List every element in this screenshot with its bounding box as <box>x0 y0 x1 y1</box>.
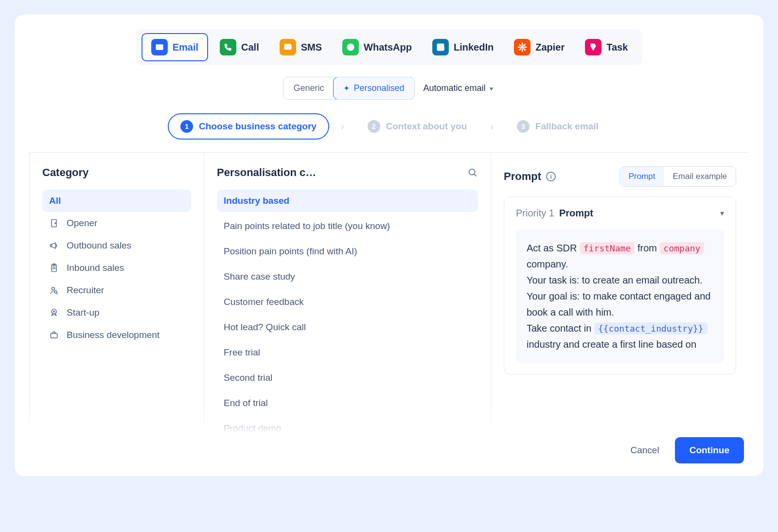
channel-label: Task <box>606 42 628 53</box>
svg-rect-20 <box>51 334 57 338</box>
step-label: Choose business category <box>199 121 317 132</box>
prompt-text: company. <box>527 259 568 269</box>
personalisation-column: Personalisation c… Industry basedPain po… <box>204 153 491 425</box>
personalisation-item[interactable]: Share case study <box>217 266 478 288</box>
person-search-icon <box>49 285 60 295</box>
channel-linkedin[interactable]: LinkedIn <box>424 33 502 61</box>
token-company: company <box>660 242 705 254</box>
channel-label: Call <box>241 42 259 53</box>
category-recruiter[interactable]: Recruiter <box>42 279 191 301</box>
prompt-text: industry and create a first line based o… <box>527 339 696 350</box>
personalisation-item[interactable]: Position pain points (find with AI) <box>217 240 478 263</box>
category-business-development[interactable]: Business development <box>42 324 191 346</box>
svg-point-3 <box>287 46 288 47</box>
channel-zapier-icon <box>514 39 530 55</box>
svg-point-16 <box>52 287 54 290</box>
mode-row: Generic ✦ Personalised Automatic email ▾ <box>15 77 763 100</box>
token-firstname: firstName <box>580 242 635 254</box>
prompt-box: Priority 1Prompt ▾ Act as SDR firstName … <box>504 196 736 374</box>
chevron-right-icon: › <box>341 121 344 132</box>
rocket-icon <box>49 308 60 318</box>
email-type-dropdown[interactable]: Automatic email ▾ <box>422 79 495 97</box>
prompt-text: from <box>637 243 660 253</box>
chevron-right-icon: › <box>490 121 494 132</box>
category-title: Category <box>42 166 88 179</box>
prompt-text: Act as SDR <box>527 243 580 253</box>
category-label: Recruiter <box>67 285 104 296</box>
megaphone-icon <box>49 241 60 250</box>
svg-rect-8 <box>438 47 440 50</box>
briefcase-icon <box>49 330 60 340</box>
channel-call[interactable]: Call <box>211 33 268 61</box>
category-label: Outbound sales <box>67 240 131 251</box>
personalisation-item[interactable]: Customer feedback <box>217 291 478 313</box>
category-outbound-sales[interactable]: Outbound sales <box>42 234 191 257</box>
channel-label: LinkedIn <box>454 42 494 53</box>
channel-linkedin-icon <box>432 39 449 55</box>
step-number: 2 <box>368 120 380 133</box>
step-label: Context about you <box>386 121 467 132</box>
chevron-down-icon: ▾ <box>490 85 493 92</box>
step-1[interactable]: 1Choose business category <box>168 113 329 140</box>
channel-whatsapp-icon <box>342 39 359 55</box>
mode-generic[interactable]: Generic <box>283 77 334 99</box>
prompt-view-segment: Prompt Email example <box>619 166 736 187</box>
category-opener[interactable]: Opener <box>42 212 191 234</box>
category-label: Start-up <box>67 307 100 318</box>
prompt-box-header[interactable]: Priority 1Prompt ▾ <box>516 208 724 219</box>
svg-point-19 <box>53 311 55 312</box>
prompt-text: Your task is: to create an email outreac… <box>527 275 703 285</box>
search-icon[interactable] <box>467 167 478 178</box>
personalisation-item[interactable]: Hot lead? Quick call <box>217 316 478 338</box>
channel-email-icon <box>151 39 168 55</box>
svg-point-21 <box>469 169 475 175</box>
step-3[interactable]: 3Fallback email <box>505 114 610 139</box>
category-start-up[interactable]: Start-up <box>42 301 191 324</box>
token-contact-industry: {{contact_industry}} <box>594 322 707 335</box>
svg-point-9 <box>521 46 524 49</box>
svg-point-4 <box>289 46 290 47</box>
channel-label: SMS <box>301 42 322 53</box>
category-label: Inbound sales <box>67 263 124 273</box>
personalisation-item[interactable]: Second trial <box>217 367 478 389</box>
cancel-button[interactable]: Cancel <box>626 438 664 462</box>
email-type-label: Automatic email <box>424 83 486 93</box>
mode-personalised[interactable]: ✦ Personalised <box>333 77 414 100</box>
channel-call-icon <box>220 39 236 55</box>
channel-zapier[interactable]: Zapier <box>505 33 573 61</box>
channel-label: WhatsApp <box>364 42 412 53</box>
category-column: Category AllOpenerOutbound salesInbound … <box>29 153 204 425</box>
svg-point-11 <box>55 223 56 224</box>
prompt-body: Act as SDR firstName from company compan… <box>516 230 724 363</box>
prompt-view-prompt[interactable]: Prompt <box>620 167 664 186</box>
stepper: 1Choose business category›2Context about… <box>15 113 763 140</box>
prompt-title: Prompt <box>504 170 541 183</box>
channel-label: Email <box>173 42 198 53</box>
personalisation-item[interactable]: Free trial <box>217 341 478 364</box>
prompt-text: Take contact in <box>527 323 594 334</box>
channel-whatsapp[interactable]: WhatsApp <box>334 33 421 61</box>
category-all[interactable]: All <box>42 190 191 212</box>
personalisation-item[interactable]: Product demo <box>217 417 478 440</box>
mode-segment: Generic ✦ Personalised <box>283 77 414 100</box>
channel-email[interactable]: Email <box>141 33 208 61</box>
personalisation-title: Personalisation c… <box>217 166 316 179</box>
continue-button[interactable]: Continue <box>675 437 744 463</box>
mode-personalised-label: Personalised <box>354 83 404 93</box>
info-icon[interactable]: i <box>546 172 556 181</box>
modal-card: EmailCallSMSWhatsAppLinkedInZapierTask G… <box>15 15 763 476</box>
prompt-view-email-example[interactable]: Email example <box>664 167 736 186</box>
channel-label: Zapier <box>535 42 565 53</box>
channel-sms[interactable]: SMS <box>271 33 331 61</box>
prompt-box-title: Prompt <box>559 208 593 218</box>
category-label: Business development <box>67 330 159 340</box>
category-inbound-sales[interactable]: Inbound sales <box>42 257 191 279</box>
step-label: Fallback email <box>535 121 599 132</box>
channel-task[interactable]: Task <box>576 33 637 61</box>
channel-task-icon <box>585 39 601 55</box>
personalisation-item[interactable]: End of trial <box>217 392 478 414</box>
clipboard-icon <box>49 263 60 273</box>
personalisation-item[interactable]: Pain points related to job title (you kn… <box>217 215 478 237</box>
step-2[interactable]: 2Context about you <box>356 114 479 139</box>
personalisation-item[interactable]: Industry based <box>217 190 478 212</box>
